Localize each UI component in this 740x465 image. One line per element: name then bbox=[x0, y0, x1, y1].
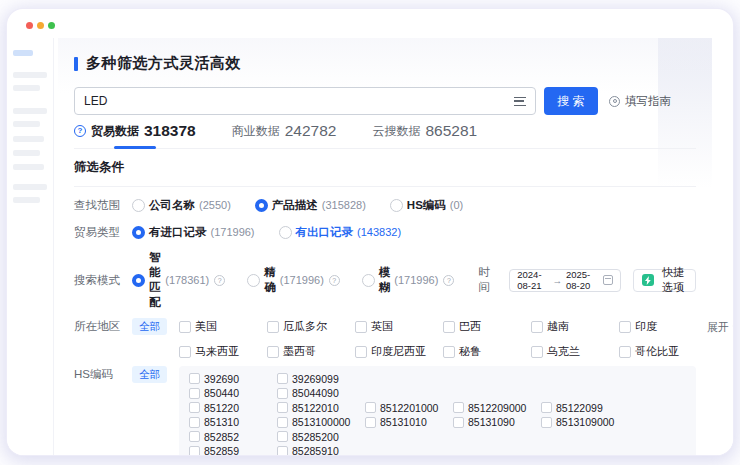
fill-guide-link[interactable]: 填写指南 bbox=[609, 94, 671, 109]
filter-row-search-mode: 搜索模式 智能匹配 (178361) 精确 (171996) bbox=[74, 250, 696, 310]
quick-options-button[interactable]: 快捷选项 bbox=[633, 269, 696, 292]
radio-icon bbox=[390, 199, 403, 212]
guide-circle-icon bbox=[609, 96, 620, 107]
main-panel: 多种筛选方式灵活高效 搜 索 填写指南 贸易数据 318378 bbox=[54, 38, 733, 455]
info-icon[interactable] bbox=[329, 275, 340, 286]
filter-conditions-heading: 筛选条件 bbox=[74, 159, 696, 187]
page-title: 多种筛选方式灵活高效 bbox=[74, 38, 696, 73]
radio-product-description[interactable]: 产品描述 (315828) bbox=[255, 198, 366, 213]
radio-smart-match[interactable]: 智能匹配 (178361) bbox=[132, 250, 225, 310]
tab-business-data[interactable]: 商业数据 242782 bbox=[232, 122, 337, 148]
date-range-picker[interactable]: 2024-08-21 → 2025-08-20 bbox=[509, 269, 621, 292]
expand-link[interactable]: 展开 bbox=[707, 318, 733, 335]
hs-code-checkbox[interactable]: 8512201000 bbox=[365, 401, 453, 414]
sidebar-skeleton-item[interactable] bbox=[13, 108, 47, 114]
search-button[interactable]: 搜 索 bbox=[544, 87, 598, 115]
hs-code-checkbox[interactable]: 85131090 bbox=[453, 416, 541, 429]
filter-row-scope: 查找范围 公司名称 (2550) 产品描述 (315828) HS编码 bbox=[74, 196, 696, 214]
hs-code-checkbox[interactable]: 8513100000 bbox=[277, 416, 365, 429]
radio-exact-match[interactable]: 精确 (171996) bbox=[247, 265, 340, 295]
country-checkbox[interactable]: 巴西 bbox=[443, 319, 531, 334]
hs-code-checkbox[interactable]: 85044090 bbox=[277, 387, 365, 400]
checkbox-icon bbox=[189, 402, 200, 413]
country-checkbox[interactable]: 美国 bbox=[179, 319, 267, 334]
country-checkbox[interactable]: 马来西亚 bbox=[179, 344, 267, 359]
search-input[interactable] bbox=[84, 94, 514, 108]
hs-code-checkbox[interactable]: 85131010 bbox=[365, 416, 453, 429]
sidebar-skeleton-item[interactable] bbox=[13, 184, 47, 190]
country-checkbox[interactable]: 秘鲁 bbox=[443, 344, 531, 359]
sidebar-skeleton-item[interactable] bbox=[13, 85, 40, 91]
country-checkbox[interactable]: 厄瓜多尔 bbox=[267, 319, 355, 334]
hs-code-checkbox[interactable]: 851310 bbox=[189, 416, 277, 429]
hs-all-chip[interactable]: 全部 bbox=[132, 366, 167, 383]
sidebar-skeleton-item[interactable] bbox=[13, 197, 40, 203]
window-zoom-dot[interactable] bbox=[48, 22, 55, 29]
hs-code-checkbox[interactable]: 851220 bbox=[189, 401, 277, 414]
radio-company-name[interactable]: 公司名称 (2550) bbox=[132, 198, 231, 213]
hs-code-label: HS编码 bbox=[74, 366, 124, 382]
hs-code-checkbox[interactable]: 392690 bbox=[189, 372, 277, 385]
sidebar-skeleton bbox=[7, 38, 54, 455]
hs-code-checkbox[interactable]: 85122010 bbox=[277, 401, 365, 414]
checkbox-icon bbox=[453, 417, 464, 428]
sidebar-skeleton-item[interactable] bbox=[13, 164, 44, 170]
hs-code-checkbox[interactable]: 852859 bbox=[189, 445, 277, 456]
hs-row: 851220 85122010 8512201000 8512209000 bbox=[189, 401, 690, 414]
hs-code-checkbox[interactable]: 852852 bbox=[189, 430, 277, 443]
region-all-chip[interactable]: 全部 bbox=[132, 318, 167, 335]
country-checkbox[interactable]: 英国 bbox=[355, 319, 443, 334]
checkbox-icon bbox=[619, 346, 631, 358]
hs-code-value: 851310 bbox=[204, 416, 239, 428]
hs-code-value: 8512201000 bbox=[380, 402, 438, 414]
page-title-text: 多种筛选方式灵活高效 bbox=[86, 54, 241, 73]
search-row: 搜 索 填写指南 bbox=[74, 87, 696, 115]
checkbox-icon bbox=[365, 417, 376, 428]
hs-code-value: 85044090 bbox=[292, 387, 339, 399]
country-checkbox[interactable]: 墨西哥 bbox=[267, 344, 355, 359]
radio-import-records[interactable]: 有进口记录 (171996) bbox=[132, 225, 255, 240]
lightning-icon bbox=[642, 274, 654, 286]
filter-row-hs-code: HS编码 全部 392690 39269099 bbox=[74, 366, 696, 455]
country-checkbox[interactable]: 乌克兰 bbox=[531, 344, 619, 359]
region-row-2: 马来西亚 墨西哥 印度尼西亚 秘鲁 bbox=[179, 343, 696, 359]
hs-code-value: 8512209000 bbox=[468, 402, 526, 414]
radio-selected-icon bbox=[255, 199, 268, 212]
hs-code-checkbox[interactable]: 85122099 bbox=[541, 401, 629, 414]
checkbox-icon bbox=[277, 402, 288, 413]
radio-export-records[interactable]: 有出口记录 (143832) bbox=[279, 225, 402, 240]
hs-code-checkbox[interactable]: 8513109000 bbox=[541, 416, 629, 429]
hs-code-checkbox[interactable]: 85285910 bbox=[277, 445, 365, 456]
hs-code-panel: 392690 39269099 850440 bbox=[179, 366, 696, 455]
tab-cloud-search-data[interactable]: 云搜数据 865281 bbox=[372, 122, 477, 148]
sidebar-skeleton-item-active[interactable] bbox=[13, 50, 33, 56]
country-checkbox[interactable]: 越南 bbox=[531, 319, 619, 334]
info-icon[interactable] bbox=[443, 275, 454, 286]
sidebar-skeleton-item[interactable] bbox=[13, 72, 47, 78]
info-icon[interactable] bbox=[214, 275, 225, 286]
hs-code-checkbox[interactable]: 85285200 bbox=[277, 430, 365, 443]
window-minimize-dot[interactable] bbox=[37, 22, 44, 29]
country-checkbox[interactable]: 印度 bbox=[619, 319, 707, 334]
tab-trade-data[interactable]: 贸易数据 318378 bbox=[74, 122, 196, 148]
window-close-dot[interactable] bbox=[26, 22, 33, 29]
checkbox-icon bbox=[531, 321, 543, 333]
hs-code-value: 85285200 bbox=[292, 431, 339, 443]
sidebar-skeleton-item[interactable] bbox=[13, 121, 40, 127]
checkbox-icon bbox=[277, 431, 288, 442]
radio-fuzzy-match[interactable]: 模糊 (171996) bbox=[362, 265, 455, 295]
hs-code-value: 852852 bbox=[204, 431, 239, 443]
checkbox-icon bbox=[179, 321, 191, 333]
country-label: 美国 bbox=[195, 319, 217, 334]
hs-code-checkbox[interactable]: 850440 bbox=[189, 387, 277, 400]
country-checkbox[interactable]: 印度尼西亚 bbox=[355, 344, 443, 359]
hs-code-checkbox[interactable]: 39269099 bbox=[277, 372, 365, 385]
sidebar-skeleton-item[interactable] bbox=[13, 136, 44, 142]
sidebar-skeleton-item[interactable] bbox=[13, 150, 40, 156]
hs-code-value: 850440 bbox=[204, 387, 239, 399]
country-checkbox[interactable]: 哥伦比亚 bbox=[619, 344, 707, 359]
list-menu-icon[interactable] bbox=[514, 97, 526, 106]
country-label: 印度尼西亚 bbox=[371, 344, 426, 359]
radio-hs-code[interactable]: HS编码 (0) bbox=[390, 198, 463, 213]
hs-code-checkbox[interactable]: 8512209000 bbox=[453, 401, 541, 414]
